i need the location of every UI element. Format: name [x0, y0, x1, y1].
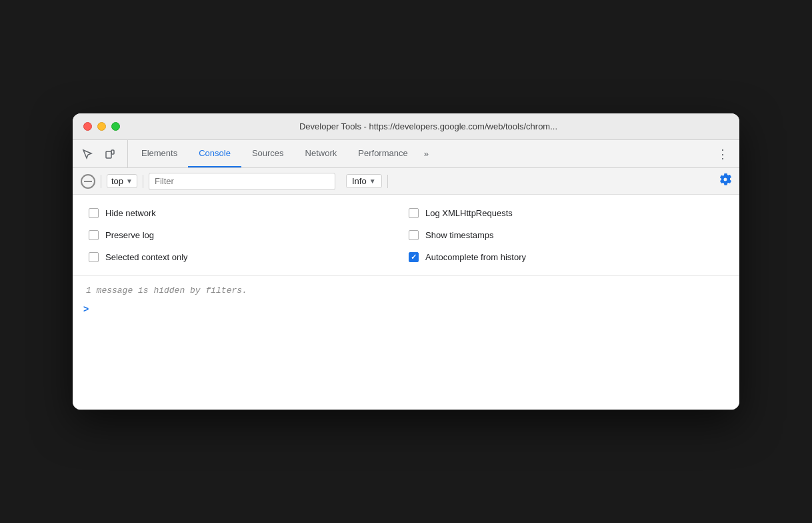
window-title: Developer Tools - https://developers.goo…	[128, 121, 729, 131]
console-output: 1 message is hidden by filters. >	[73, 276, 739, 410]
tab-elements[interactable]: Elements	[131, 140, 188, 167]
hide-network-checkbox[interactable]	[89, 208, 99, 218]
log-xhr-checkbox[interactable]	[409, 208, 419, 218]
clear-console-button[interactable]	[81, 174, 95, 189]
settings-col-left: Hide network Preserve log Selected conte…	[86, 203, 406, 268]
hidden-message-notice: 1 message is hidden by filters.	[73, 282, 739, 300]
svg-rect-1	[111, 150, 114, 154]
toolbar-separator-1	[101, 175, 101, 188]
more-tabs-button[interactable]: »	[419, 140, 434, 167]
context-dropdown-arrow: ▼	[126, 177, 133, 185]
toolbar-separator-2	[143, 175, 143, 188]
autocomplete-history-label: Autocomplete from history	[425, 252, 526, 262]
preserve-log-option[interactable]: Preserve log	[86, 225, 406, 245]
devtools-menu-button[interactable]: ⋮	[711, 140, 734, 167]
context-selector[interactable]: top ▼	[107, 174, 137, 188]
svg-rect-0	[106, 151, 111, 158]
selected-context-option[interactable]: Selected context only	[86, 247, 406, 268]
log-xhr-label: Log XMLHttpRequests	[425, 208, 513, 218]
console-input[interactable]	[94, 304, 729, 314]
close-button[interactable]	[83, 122, 92, 131]
log-level-selector[interactable]: Info ▼	[346, 174, 382, 188]
tab-console[interactable]: Console	[188, 140, 241, 167]
console-toolbar: top ▼ Info ▼	[73, 168, 739, 195]
log-xhr-option[interactable]: Log XMLHttpRequests	[406, 203, 726, 223]
device-toolbar-button[interactable]	[101, 145, 119, 163]
preserve-log-checkbox[interactable]	[89, 230, 99, 240]
traffic-lights	[83, 122, 120, 131]
tab-sources[interactable]: Sources	[241, 140, 295, 167]
devtools-window: Developer Tools - https://developers.goo…	[73, 113, 739, 410]
preserve-log-label: Preserve log	[105, 230, 154, 240]
show-timestamps-checkbox[interactable]	[409, 230, 419, 240]
filter-input[interactable]	[149, 173, 335, 190]
autocomplete-history-checkbox[interactable]	[409, 252, 419, 262]
show-timestamps-option[interactable]: Show timestamps	[406, 225, 726, 245]
show-timestamps-label: Show timestamps	[425, 230, 494, 240]
selected-context-checkbox[interactable]	[89, 252, 99, 262]
console-settings-button[interactable]	[719, 173, 731, 189]
devtools-icons	[78, 140, 128, 167]
console-prompt-row[interactable]: >	[73, 300, 739, 318]
inspect-element-button[interactable]	[78, 145, 97, 163]
hide-network-option[interactable]: Hide network	[86, 203, 406, 223]
selected-context-label: Selected context only	[105, 252, 188, 262]
prompt-arrow-icon: >	[83, 304, 89, 314]
minimize-button[interactable]	[97, 122, 106, 131]
toolbar-separator-3	[387, 175, 388, 188]
maximize-button[interactable]	[111, 122, 120, 131]
tabs-bar: Elements Console Sources Network Perform…	[73, 140, 739, 168]
console-settings-panel: Hide network Preserve log Selected conte…	[73, 195, 739, 276]
tab-network[interactable]: Network	[295, 140, 348, 167]
title-bar: Developer Tools - https://developers.goo…	[73, 113, 739, 140]
autocomplete-history-option[interactable]: Autocomplete from history	[406, 247, 726, 268]
hide-network-label: Hide network	[105, 208, 156, 218]
level-dropdown-arrow: ▼	[369, 177, 376, 185]
settings-row: Hide network Preserve log Selected conte…	[86, 203, 726, 268]
tabs-list: Elements Console Sources Network Perform…	[131, 140, 711, 167]
tab-performance[interactable]: Performance	[347, 140, 418, 167]
settings-col-right: Log XMLHttpRequests Show timestamps Auto…	[406, 203, 726, 268]
